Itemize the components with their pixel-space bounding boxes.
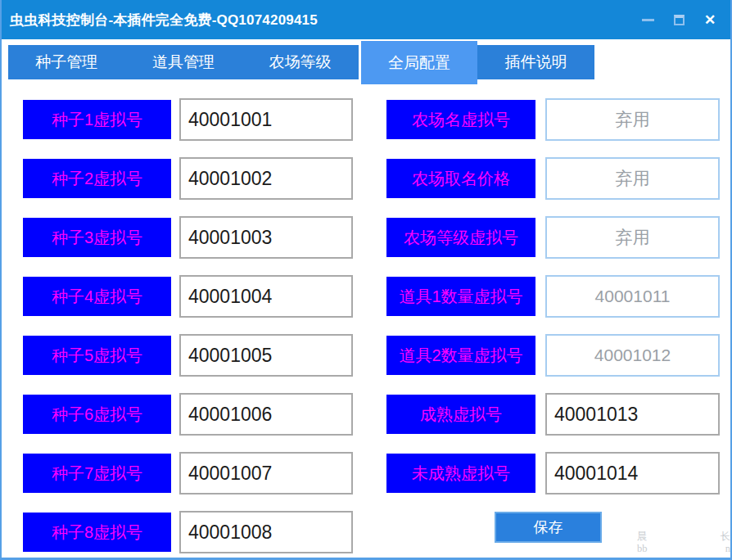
- seed8-label: 种子8虚拟号: [23, 513, 171, 552]
- tab-plugin-info[interactable]: 插件说明: [477, 45, 594, 79]
- farm-name-label: 农场名虚拟号: [386, 100, 535, 139]
- minimize-icon: [642, 19, 654, 21]
- maximize-icon: [674, 15, 685, 25]
- farm-level-input: [545, 216, 720, 259]
- titlebar: 虫虫科技控制台-本插件完全免费-QQ1074209415 ✕: [0, 0, 732, 39]
- seed3-label: 种子3虚拟号: [23, 218, 171, 257]
- form-row-seed3: 种子3虚拟号: [23, 216, 353, 259]
- seed5-label: 种子5虚拟号: [23, 336, 171, 375]
- watermark-line2: bb n: [637, 543, 730, 555]
- minimize-button[interactable]: [632, 0, 663, 39]
- form-row-mature: 成熟虚拟号: [386, 393, 720, 436]
- farm-rename-price-label: 农场取名价格: [386, 159, 535, 198]
- item1-count-input: [545, 275, 720, 318]
- form-row-item1-count: 道具1数量虚拟号: [386, 275, 720, 318]
- form-row-seed5: 种子5虚拟号: [23, 334, 353, 377]
- seed2-input[interactable]: [179, 157, 353, 200]
- form-row-seed1: 种子1虚拟号: [23, 98, 353, 141]
- farm-level-label: 农场等级虚拟号: [386, 218, 535, 257]
- seed4-label: 种子4虚拟号: [23, 277, 171, 316]
- tab-farm-level[interactable]: 农场等级: [242, 45, 359, 79]
- window-controls: ✕: [632, 0, 725, 39]
- seed6-label: 种子6虚拟号: [23, 395, 171, 434]
- item2-count-input: [545, 334, 720, 377]
- form-row-item2-count: 道具2数量虚拟号: [386, 334, 720, 377]
- watermark-line1: 晨 长: [637, 531, 730, 543]
- seed7-label: 种子7虚拟号: [23, 454, 171, 493]
- tab-item-management[interactable]: 道具管理: [125, 45, 242, 79]
- form-row-seed6: 种子6虚拟号: [23, 393, 353, 436]
- tab-bar: 种子管理 道具管理 农场等级 全局配置 插件说明: [8, 45, 594, 79]
- seed5-input[interactable]: [179, 334, 353, 377]
- item2-count-label: 道具2数量虚拟号: [386, 336, 535, 375]
- seed4-input[interactable]: [179, 275, 353, 318]
- seed7-input[interactable]: [179, 452, 353, 495]
- maximize-button[interactable]: [663, 0, 694, 39]
- farm-name-input: [545, 98, 720, 141]
- tab-global-config[interactable]: 全局配置: [359, 41, 478, 84]
- close-icon: ✕: [704, 13, 716, 27]
- seed3-input[interactable]: [179, 216, 353, 259]
- immature-input[interactable]: [545, 452, 720, 495]
- item1-count-label: 道具1数量虚拟号: [386, 277, 535, 316]
- seed1-label: 种子1虚拟号: [23, 100, 171, 139]
- window-title: 虫虫科技控制台-本插件完全免费-QQ1074209415: [0, 11, 318, 29]
- tab-seed-management[interactable]: 种子管理: [8, 45, 125, 79]
- save-button[interactable]: 保存: [495, 512, 602, 543]
- mature-input[interactable]: [545, 393, 720, 436]
- form-row-immature: 未成熟虚拟号: [386, 452, 720, 495]
- seed2-label: 种子2虚拟号: [23, 159, 171, 198]
- seed6-input[interactable]: [179, 393, 353, 436]
- seed1-input[interactable]: [179, 98, 353, 141]
- form-row-farm-rename-price: 农场取名价格: [386, 157, 720, 200]
- seed8-input[interactable]: [179, 511, 353, 553]
- app-window: 虫虫科技控制台-本插件完全免费-QQ1074209415 ✕ 种子管理 道具管理…: [0, 0, 732, 560]
- farm-rename-price-input: [545, 157, 720, 200]
- form-row-seed4: 种子4虚拟号: [23, 275, 353, 318]
- close-button[interactable]: ✕: [694, 0, 725, 39]
- watermark: 晨 长 bb n: [637, 531, 730, 555]
- immature-label: 未成熟虚拟号: [386, 454, 535, 493]
- form-row-farm-level: 农场等级虚拟号: [386, 216, 720, 259]
- form-row-seed8: 种子8虚拟号: [23, 511, 353, 553]
- form-row-farm-name: 农场名虚拟号: [386, 98, 720, 141]
- form-row-seed2: 种子2虚拟号: [23, 157, 353, 200]
- form-row-seed7: 种子7虚拟号: [23, 452, 353, 495]
- mature-label: 成熟虚拟号: [386, 395, 535, 434]
